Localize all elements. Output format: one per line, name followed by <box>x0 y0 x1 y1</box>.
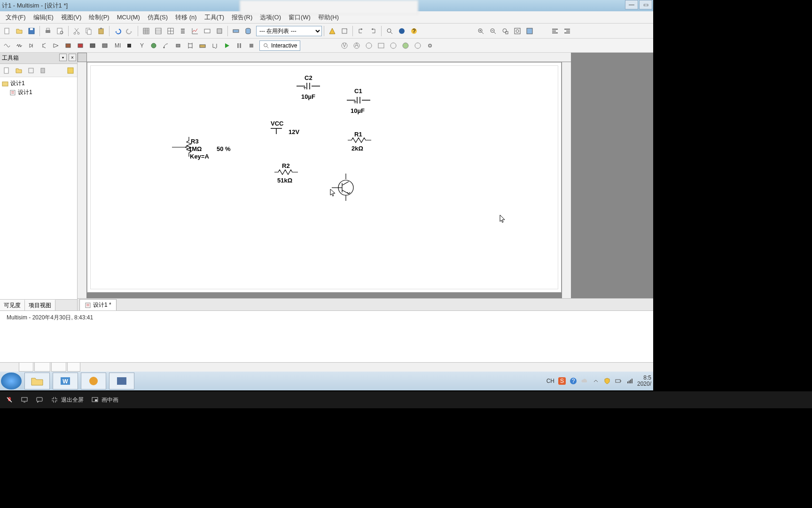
transistor-placing[interactable] <box>332 174 355 202</box>
new-icon[interactable] <box>1 25 13 37</box>
basic-icon[interactable] <box>14 40 25 51</box>
menu-mcu[interactable]: MCU(M) <box>113 12 144 22</box>
tray-chevron-icon[interactable] <box>592 377 600 385</box>
tray-ime[interactable]: CH <box>547 378 554 384</box>
overlay-comment-icon[interactable] <box>36 396 43 404</box>
menu-edit[interactable]: 编辑(E) <box>30 12 57 23</box>
tree-root-node[interactable]: 设计1 <box>2 79 75 88</box>
grid-icon[interactable] <box>141 25 152 37</box>
panel-save-icon[interactable] <box>26 66 36 75</box>
align-right-icon[interactable] <box>562 25 573 37</box>
hierarchical-icon[interactable] <box>197 40 208 51</box>
misc-icon[interactable]: Y <box>136 40 147 51</box>
start-button[interactable] <box>1 373 22 389</box>
instrument-freq-icon[interactable] <box>400 40 411 51</box>
minimize-button[interactable]: — <box>625 0 638 9</box>
tab-project-view[interactable]: 项目视图 <box>25 300 55 310</box>
panel-open-icon[interactable] <box>14 66 23 75</box>
bottom-tab-4[interactable] <box>67 363 80 372</box>
bottom-tab-3[interactable] <box>51 363 66 372</box>
in-use-list-dropdown[interactable]: --- 在用列表 --- <box>256 26 322 36</box>
connector-icon[interactable] <box>209 40 220 51</box>
panel-refresh-icon[interactable] <box>66 66 75 75</box>
ttl-icon[interactable] <box>62 40 74 51</box>
place-bus-icon[interactable] <box>185 40 196 51</box>
help-icon[interactable]: ? <box>408 25 420 37</box>
bottom-tab-2[interactable] <box>34 363 50 372</box>
maximize-button[interactable]: ▭ <box>639 0 652 9</box>
list-icon[interactable] <box>177 25 188 37</box>
power-icon[interactable] <box>124 40 135 51</box>
overlay-screen-icon[interactable] <box>21 396 28 404</box>
schematic-sheet[interactable]: C2 + 10µF C1 + 10µF VCC <box>87 62 562 293</box>
run-icon[interactable] <box>221 40 233 51</box>
panel-close-icon[interactable]: × <box>69 54 76 61</box>
indicator-icon[interactable]: MISC <box>111 40 123 51</box>
analog-icon[interactable] <box>50 40 62 51</box>
undo-icon[interactable] <box>112 25 123 37</box>
panel-new-icon[interactable] <box>2 66 11 75</box>
instrument-w-icon[interactable] <box>363 40 375 51</box>
erc-icon[interactable] <box>327 25 338 37</box>
instrument-dist-icon[interactable] <box>412 40 423 51</box>
electromech-icon[interactable] <box>172 40 184 51</box>
menu-view[interactable]: 视图(V) <box>57 12 85 23</box>
taskbar-explorer[interactable] <box>24 373 50 389</box>
menu-transfer[interactable]: 转移 (n) <box>172 12 201 23</box>
overlay-mic-off[interactable] <box>6 396 13 404</box>
print-icon[interactable] <box>42 25 54 37</box>
schematic-canvas[interactable]: C2 + 10µF C1 + 10µF VCC <box>78 53 653 298</box>
tree-child-node[interactable]: 设计1 <box>9 88 75 97</box>
instrument-v-icon[interactable]: V <box>339 40 350 51</box>
taskbar-wps[interactable]: W <box>53 373 78 389</box>
overlay-exit-fullscreen[interactable]: 退出全屏 <box>51 396 84 404</box>
grapher-icon[interactable] <box>189 25 201 37</box>
zoom-in-icon[interactable] <box>475 25 486 37</box>
find-icon[interactable] <box>384 25 395 37</box>
diode-icon[interactable] <box>26 40 37 51</box>
align-left-icon[interactable] <box>549 25 561 37</box>
forward-annotate-icon[interactable] <box>367 25 379 37</box>
mixed-icon[interactable] <box>99 40 110 51</box>
tray-wifi-icon[interactable] <box>626 377 633 385</box>
table-icon[interactable] <box>165 25 176 37</box>
r2-symbol[interactable] <box>274 169 298 175</box>
zoom-fit-icon[interactable] <box>512 25 523 37</box>
panel-copy-icon[interactable] <box>39 66 48 75</box>
tray-help-icon[interactable]: ? <box>570 377 577 385</box>
component-icon[interactable] <box>230 25 242 37</box>
redo-icon[interactable] <box>124 25 135 37</box>
spreadsheet-icon[interactable] <box>153 25 164 37</box>
vcc-symbol[interactable] <box>270 127 289 135</box>
instrument-osc-icon[interactable] <box>375 40 387 51</box>
taskbar-app2[interactable] <box>81 373 106 389</box>
menu-simulate[interactable]: 仿真(S) <box>144 12 172 23</box>
transistor-icon[interactable] <box>38 40 49 51</box>
menu-tools[interactable]: 工具(T) <box>201 12 228 23</box>
back-annotate-icon[interactable] <box>355 25 367 37</box>
tray-battery-icon[interactable] <box>615 377 622 385</box>
r1-symbol[interactable] <box>348 137 371 143</box>
zoom-area-icon[interactable] <box>500 25 511 37</box>
overlay-pip[interactable]: 画中画 <box>91 396 118 404</box>
c1-symbol[interactable]: + <box>347 95 370 105</box>
paste-icon[interactable] <box>95 25 107 37</box>
copy-icon[interactable] <box>83 25 94 37</box>
tool-icon[interactable] <box>214 25 225 37</box>
tray-date[interactable]: 2020/ <box>637 381 651 387</box>
tray-shield-icon[interactable] <box>603 377 611 385</box>
bottom-tab-1[interactable] <box>19 363 33 372</box>
misc-digital-icon[interactable] <box>87 40 98 51</box>
menu-draw[interactable]: 绘制(P) <box>85 12 113 23</box>
panel-dropdown-icon[interactable]: ▾ <box>59 54 67 61</box>
menu-file[interactable]: 文件(F) <box>2 12 30 23</box>
doc-tab-design1[interactable]: 设计1 * <box>79 299 117 310</box>
tab-visibility[interactable]: 可见度 <box>0 300 25 310</box>
ni-icon[interactable] <box>396 25 407 37</box>
pause-icon[interactable] <box>234 40 245 51</box>
stop-icon[interactable] <box>246 40 257 51</box>
instrument-bode-icon[interactable] <box>388 40 399 51</box>
instrument-gear-icon[interactable] <box>424 40 436 51</box>
source-icon[interactable] <box>1 40 13 51</box>
cmos-icon[interactable] <box>75 40 86 51</box>
